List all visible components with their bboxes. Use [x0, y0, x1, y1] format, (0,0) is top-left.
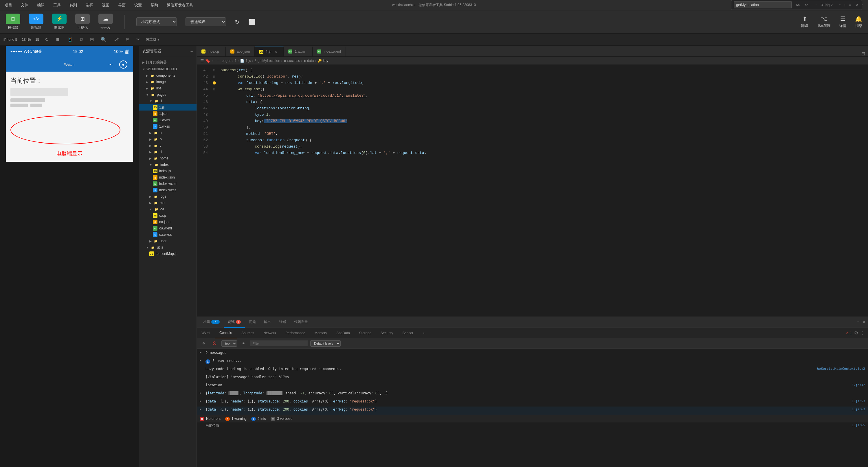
simulator-tool[interactable]: □ 模拟器 — [6, 13, 20, 30]
tree-item-home[interactable]: ▶ 📁 home — [139, 155, 196, 161]
console-data2-source[interactable]: 1.js:63 — [852, 407, 865, 411]
editor-layout-btn[interactable]: ⊟ — [861, 51, 865, 56]
translate-btn[interactable]: ⬆ 翻译 — [801, 15, 808, 28]
fold-52[interactable]: ⊟ — [211, 86, 217, 93]
panel-tab-sensor[interactable]: Sensor — [398, 328, 418, 338]
tab-index-js[interactable]: JS index.js — [197, 46, 226, 56]
device-phone-btn[interactable]: 📱 — [66, 36, 74, 43]
refresh-btn[interactable]: ↻ — [235, 19, 240, 26]
console-row-current-location[interactable]: 当前位置 1.js:65 — [197, 423, 868, 431]
breadcrumb-forward-icon[interactable]: → — [216, 58, 221, 63]
breadcrumb-success[interactable]: success — [287, 59, 300, 63]
tree-item-oa-wxml[interactable]: W oa.wxml — [139, 225, 196, 231]
panel-tab-console[interactable]: Console — [215, 328, 237, 338]
console-row-data1[interactable]: ▶ {data: {…}, header: {…}, statusCode: 2… — [197, 398, 868, 407]
device-grid-btn[interactable]: ⊟ — [124, 36, 130, 43]
tab-output[interactable]: 输出 — [260, 317, 275, 328]
preview-small-btn[interactable]: ⬜ — [248, 19, 255, 26]
device-search-btn[interactable]: 🔍 — [99, 36, 108, 43]
panel-tab-more[interactable]: » — [418, 328, 429, 338]
console-row-messages[interactable]: ▶ 9 messages — [197, 350, 868, 358]
tree-item-libs[interactable]: ▶ 📁 libs — [139, 85, 196, 91]
tree-item-index-json[interactable]: {} index.json — [139, 174, 196, 181]
tree-item-utils[interactable]: ▼ 📁 utils — [139, 244, 196, 251]
menu-item-interface[interactable]: 界面 — [116, 1, 127, 9]
breadcrumb-pages[interactable]: pages — [222, 59, 231, 63]
menu-item-select[interactable]: 选择 — [84, 1, 95, 9]
console-target-btn[interactable]: ⊙ — [200, 340, 208, 347]
tree-item-oa[interactable]: ▼ 📁 oa — [139, 206, 196, 212]
breadcrumb-1[interactable]: 1 — [235, 59, 237, 63]
console-row-lazy[interactable]: Lazy code loading is enabled. Only injec… — [197, 366, 868, 374]
tree-item-image[interactable]: ▶ 📁 image — [139, 79, 196, 85]
devtools-minimize-btn[interactable]: ⌃ — [857, 320, 860, 325]
tab-app-json[interactable]: {} app.json — [226, 46, 255, 56]
tree-item-index[interactable]: ▼ 📁 index — [139, 161, 196, 168]
tree-item-d[interactable]: ▶ 📁 d — [139, 149, 196, 155]
breadcrumb-1js[interactable]: 1.js — [245, 59, 251, 63]
menu-item-settings[interactable]: 设置 — [132, 1, 144, 9]
tab-1wxml[interactable]: W 1.wxml — [284, 46, 313, 56]
console-filter-input[interactable] — [250, 341, 308, 346]
tree-item-logs[interactable]: ▶ 📁 logs — [139, 193, 196, 200]
console-location-source[interactable]: 1.js:42 — [852, 383, 865, 387]
panel-tab-storage[interactable]: Storage — [354, 328, 376, 338]
console-more-btn[interactable]: ⋮ — [861, 330, 865, 336]
tree-item-b[interactable]: ▶ 📁 b — [139, 136, 196, 142]
devtools-close-btn[interactable]: × — [863, 319, 866, 325]
panel-tab-wxml[interactable]: Wxml — [197, 328, 215, 338]
console-row-data2[interactable]: ▶ {data: {…}, header: {…}, statusCode: 2… — [197, 407, 868, 415]
panel-tab-performance[interactable]: Performance — [281, 328, 310, 338]
console-row-user-mess[interactable]: ▶ i 5 user mess... — [197, 358, 868, 366]
mode-select[interactable]: 小程序模式 — [136, 18, 177, 26]
console-clear-btn[interactable]: 🚫 — [210, 340, 219, 347]
tree-item-1wxml[interactable]: W 1.wxml — [139, 117, 196, 123]
device-branch-btn[interactable]: ⎇ — [112, 36, 120, 43]
tree-item-index-wxss[interactable]: S index.wxss — [139, 187, 196, 193]
device-refresh-btn[interactable]: ↻ — [44, 36, 50, 43]
tab-index-wxml[interactable]: W index.wxml — [313, 46, 346, 56]
menu-item-tools[interactable]: 工具 — [52, 1, 63, 9]
code-content[interactable]: success(res) { console.log('location', r… — [217, 65, 868, 316]
tree-item-1js[interactable]: JS 1.js — [139, 104, 196, 111]
panel-tab-memory[interactable]: Memory — [310, 328, 332, 338]
console-context-select[interactable]: top — [221, 340, 237, 347]
panel-tab-sources[interactable]: Sources — [237, 328, 259, 338]
tab-build[interactable]: 构建 187 — [199, 317, 224, 328]
menu-item-wx-devtools[interactable]: 微信开发者工具 — [165, 1, 195, 9]
breadcrumb-menu-icon[interactable]: ☰ — [200, 58, 204, 63]
tree-item-index-js[interactable]: JS index.js — [139, 168, 196, 174]
cloud-tool[interactable]: ☁ 云开发 — [98, 13, 113, 30]
details-btn[interactable]: ☰ 详情 — [839, 15, 846, 28]
compile-select[interactable]: 普通编译 — [186, 18, 226, 26]
project-section[interactable]: ▼ WEIXINXIAOCHXU — [139, 66, 196, 72]
fold-44[interactable]: ⊟ — [211, 67, 217, 73]
tree-item-oa-wxss[interactable]: S oa.wxss — [139, 231, 196, 238]
file-tree-actions[interactable]: ··· — [190, 49, 193, 54]
hot-reload[interactable]: 热重载 ▾ — [146, 37, 159, 42]
menu-item-view[interactable]: 视图 — [100, 1, 111, 9]
tree-item-pages[interactable]: ▼ 📁 pages — [139, 91, 196, 98]
tab-1js[interactable]: JS 1.js × — [255, 46, 284, 56]
console-data1-source[interactable]: 1.js:53 — [852, 399, 865, 403]
console-lazy-source[interactable]: WAServiceMainContext.js:2 — [817, 367, 865, 371]
debugger-tool[interactable]: ⚡ 调试器 — [52, 13, 67, 30]
version-btn[interactable]: ⌥ 版本管理 — [817, 15, 831, 28]
panel-tab-appdata[interactable]: AppData — [332, 328, 354, 338]
tab-close-1js[interactable]: × — [275, 50, 277, 54]
tab-code-quality[interactable]: 代码质量 — [290, 317, 312, 328]
tab-terminal[interactable]: 终端 — [275, 317, 290, 328]
device-cut-btn[interactable]: ✂ — [135, 36, 141, 43]
tree-item-oa-json[interactable]: {} oa.json — [139, 219, 196, 225]
tree-item-user[interactable]: ▶ 📁 user — [139, 238, 196, 244]
panel-tab-security[interactable]: Security — [376, 328, 398, 338]
console-eye-btn[interactable]: 👁 — [239, 340, 248, 347]
tree-item-components[interactable]: ▶ 📁 components — [139, 72, 196, 79]
menu-item-edit[interactable]: 编辑 — [35, 1, 46, 9]
tree-item-1wxss[interactable]: S 1.wxss — [139, 123, 196, 130]
device-copy-btn[interactable]: ⧉ — [79, 36, 84, 43]
breadcrumb-back-icon[interactable]: ← — [211, 58, 215, 63]
menu-item-project[interactable]: 项目 — [3, 1, 14, 9]
tree-item-index-wxml[interactable]: W index.wxml — [139, 181, 196, 187]
tree-item-1json[interactable]: {} 1.json — [139, 111, 196, 117]
